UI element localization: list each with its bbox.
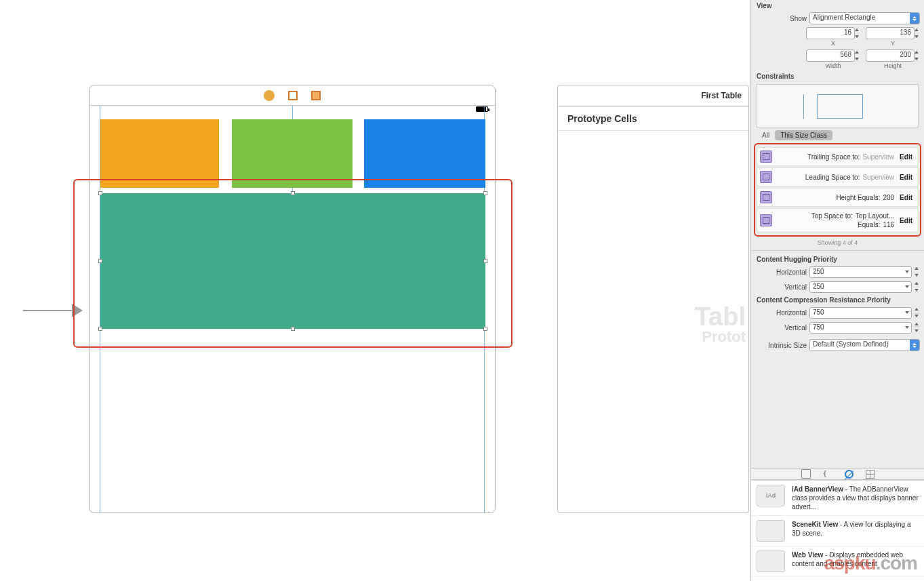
- constraints-diagram[interactable]: [757, 84, 919, 127]
- library-item-scenekit[interactable]: SceneKit View - A view for displaying a …: [751, 516, 924, 546]
- tab-this-size-class[interactable]: This Size Class: [775, 130, 832, 140]
- view-controller-frame[interactable]: [89, 85, 496, 513]
- show-select[interactable]: Alignment Rectangle: [809, 12, 920, 24]
- canvas-area: [0, 0, 557, 581]
- width-stepper[interactable]: [855, 49, 860, 62]
- blue-view[interactable]: [364, 119, 485, 188]
- section-view: View: [751, 0, 924, 11]
- library-item-iad[interactable]: iAd iAd BannerView - The ADBannerView cl…: [751, 481, 924, 516]
- exit-icon[interactable]: [311, 91, 321, 100]
- x-input[interactable]: 16: [806, 27, 855, 39]
- chp-h-stepper[interactable]: [915, 266, 920, 278]
- webview-icon: [757, 550, 785, 572]
- selected-teal-view[interactable]: [100, 193, 485, 329]
- code-snippet-icon[interactable]: { }: [823, 469, 832, 479]
- show-label: Show: [755, 15, 807, 22]
- constraint-icon: [760, 171, 772, 183]
- edit-button[interactable]: Edit: [897, 153, 915, 161]
- showing-count: Showing 4 of 4: [751, 238, 924, 247]
- resize-handle[interactable]: [483, 191, 487, 195]
- y-input[interactable]: 136: [866, 27, 915, 39]
- chp-vertical-input[interactable]: 250: [809, 281, 912, 293]
- constraint-trailing[interactable]: Trailing Space to:Superview Edit: [757, 147, 919, 166]
- scenekit-icon: [757, 520, 785, 542]
- section-constraints: Constraints: [751, 71, 924, 81]
- ccrp-h-stepper[interactable]: [915, 306, 920, 319]
- constraint-icon: [760, 214, 772, 226]
- x-stepper[interactable]: [855, 27, 860, 39]
- iad-icon: iAd: [757, 485, 785, 506]
- ccrp-vertical-input[interactable]: 750: [809, 322, 912, 334]
- height-stepper[interactable]: [915, 49, 920, 62]
- first-responder-icon[interactable]: [288, 91, 298, 100]
- resize-handle[interactable]: [291, 191, 295, 195]
- y-stepper[interactable]: [915, 27, 920, 39]
- edit-button[interactable]: Edit: [897, 194, 915, 201]
- ccrp-title: Content Compression Resistance Priority: [751, 294, 924, 305]
- outline-header: First Table: [558, 85, 748, 107]
- resize-handle[interactable]: [483, 259, 487, 263]
- constraint-icon: [760, 151, 772, 163]
- resize-handle[interactable]: [98, 327, 102, 331]
- size-inspector: View Show Alignment Rectangle 16 X 136 Y…: [750, 0, 924, 581]
- green-view[interactable]: [232, 119, 353, 188]
- ccrp-v-stepper[interactable]: [915, 321, 920, 334]
- resize-handle[interactable]: [98, 191, 102, 195]
- chp-title: Content Hugging Priority: [751, 254, 924, 264]
- root-view[interactable]: [89, 113, 495, 513]
- constraint-height[interactable]: Height Equals:200 Edit: [757, 188, 919, 207]
- constraint-icon: [760, 191, 772, 203]
- resize-handle[interactable]: [98, 259, 102, 263]
- ccrp-horizontal-input[interactable]: 750: [809, 307, 912, 319]
- constraints-list-highlight: Trailing Space to:Superview Edit Leading…: [754, 143, 921, 237]
- outline-panel: First Table Prototype Cells Tabl Protot: [557, 85, 749, 513]
- edit-button[interactable]: Edit: [897, 174, 915, 181]
- vc-icon[interactable]: [264, 90, 275, 101]
- file-template-icon[interactable]: [801, 469, 811, 479]
- constraint-top[interactable]: Top Space to:Top Layout... Equals:116 Ed…: [757, 208, 919, 233]
- orange-view[interactable]: [100, 119, 219, 188]
- resize-handle[interactable]: [291, 327, 295, 331]
- edit-button[interactable]: Edit: [897, 217, 915, 224]
- intrinsic-size-select[interactable]: Default (System Defined): [809, 339, 920, 351]
- resize-handle[interactable]: [483, 327, 487, 331]
- scene-toolbar: [89, 85, 495, 106]
- library-tab-bar: { }: [751, 468, 924, 480]
- media-library-icon[interactable]: [866, 470, 875, 479]
- table-watermark: Tabl Protot: [695, 304, 748, 344]
- object-library-icon[interactable]: [845, 470, 853, 479]
- chp-v-stepper[interactable]: [915, 281, 920, 293]
- battery-icon: [476, 106, 488, 112]
- height-input[interactable]: 200: [866, 49, 915, 62]
- tab-all[interactable]: All: [757, 130, 775, 140]
- constraint-leading[interactable]: Leading Space to:Superview Edit: [757, 167, 919, 186]
- width-input[interactable]: 568: [806, 49, 855, 62]
- constraint-filter-tabs: All This Size Class: [751, 130, 924, 142]
- prototype-cells-row[interactable]: Prototype Cells: [558, 107, 748, 131]
- watermark-logo: aspku.com: [824, 553, 917, 574]
- chp-horizontal-input[interactable]: 250: [809, 266, 912, 278]
